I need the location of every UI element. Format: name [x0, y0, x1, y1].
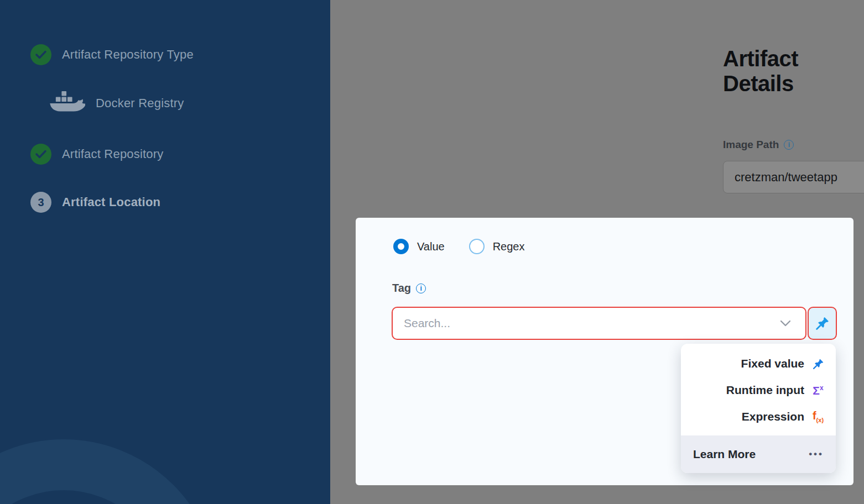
- info-icon[interactable]: [416, 284, 426, 293]
- decorative-arc: [0, 439, 218, 504]
- pin-icon: [815, 316, 830, 330]
- menu-item-label: Fixed value: [741, 357, 804, 370]
- sidebar-subitem-docker-registry[interactable]: Docker Registry: [49, 90, 184, 117]
- image-path-input[interactable]: [723, 161, 864, 193]
- value-type-dropdown: Fixed value Runtime input Σx E: [681, 344, 836, 473]
- docker-whale-icon: [49, 90, 85, 117]
- radio-label[interactable]: Value: [417, 240, 445, 253]
- radio-label[interactable]: Regex: [493, 240, 525, 253]
- step-label: Artifact Repository Type: [62, 48, 194, 62]
- tag-spotlight-panel: Value Regex Tag: [356, 218, 853, 485]
- image-path-label-row: Image Path: [723, 139, 794, 151]
- dropdown-footer: Learn More •••: [681, 435, 836, 473]
- runtime-sigma-icon: Σx: [811, 385, 825, 396]
- subitem-label: Docker Registry: [96, 96, 184, 111]
- pin-icon: [811, 358, 825, 370]
- radio-unselected-icon[interactable]: [469, 239, 485, 254]
- menu-item-label: Runtime input: [726, 384, 804, 397]
- check-circle-icon: [30, 144, 51, 165]
- sidebar-step-artifact-location[interactable]: 3 Artifact Location: [30, 192, 160, 213]
- tag-label-row: Tag: [392, 282, 426, 295]
- check-circle-icon: [30, 44, 51, 65]
- menu-item-expression[interactable]: Expression f(x): [681, 403, 836, 430]
- step-number-badge: 3: [30, 192, 51, 213]
- menu-item-fixed-value[interactable]: Fixed value: [681, 350, 836, 377]
- radio-selected-icon[interactable]: [393, 239, 409, 254]
- radio-value[interactable]: Value: [393, 239, 445, 254]
- learn-more-link[interactable]: Learn More: [693, 448, 756, 461]
- tag-search-input[interactable]: [393, 317, 780, 330]
- step-label: Artifact Location: [62, 195, 160, 209]
- info-icon[interactable]: [784, 140, 794, 150]
- expression-fx-icon: f(x): [811, 410, 825, 423]
- sidebar-step-artifact-repository[interactable]: Artifact Repository: [30, 144, 164, 165]
- step-label: Artifact Repository: [62, 147, 164, 161]
- menu-item-runtime-input[interactable]: Runtime input Σx: [681, 377, 836, 403]
- tag-pin-button[interactable]: [808, 307, 837, 340]
- chevron-down-icon: [780, 320, 791, 327]
- radio-regex[interactable]: Regex: [469, 239, 525, 254]
- artifact-wizard-window: Artifact Repository Type Docker Registry: [0, 0, 864, 504]
- tag-type-radio-row: Value Regex: [393, 239, 524, 254]
- tag-label: Tag: [392, 282, 411, 295]
- dropdown-items: Fixed value Runtime input Σx E: [681, 344, 836, 435]
- sidebar-step-artifact-repository-type[interactable]: Artifact Repository Type: [30, 44, 194, 65]
- wizard-sidebar: Artifact Repository Type Docker Registry: [0, 0, 330, 504]
- tag-search-select[interactable]: [392, 307, 806, 340]
- more-options-icon[interactable]: •••: [809, 449, 824, 460]
- image-path-label: Image Path: [723, 139, 779, 151]
- menu-item-label: Expression: [742, 410, 804, 423]
- page-title: Artifact Details: [723, 46, 864, 96]
